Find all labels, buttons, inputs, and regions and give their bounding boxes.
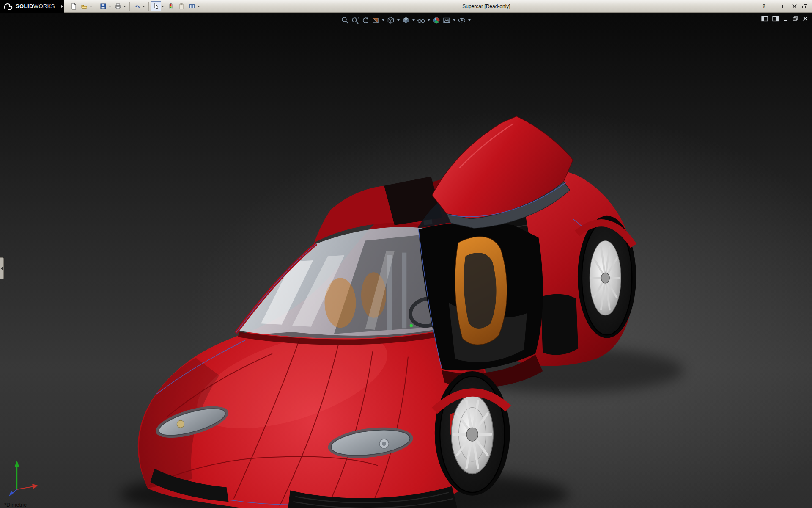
heads-up-view-toolbar xyxy=(340,16,472,25)
restore-button[interactable] xyxy=(781,3,787,9)
display-style-button[interactable] xyxy=(401,16,411,25)
graphics-viewport[interactable]: *Dimetric xyxy=(0,13,812,508)
open-button[interactable] xyxy=(79,1,89,11)
switch-windows-icon xyxy=(802,4,807,8)
headlight-left-lamp xyxy=(177,420,184,428)
caret-down-icon[interactable] xyxy=(198,6,200,7)
zoom-to-area-button[interactable] xyxy=(351,16,360,25)
document-close-button[interactable] xyxy=(803,16,808,21)
caret-down-icon[interactable] xyxy=(453,19,455,21)
rebuild-button[interactable] xyxy=(166,1,176,11)
previous-view-button[interactable] xyxy=(361,16,370,25)
selection-point xyxy=(410,324,413,327)
apply-scene-button[interactable] xyxy=(442,16,451,25)
scene-icon xyxy=(442,16,451,25)
toolbar-separator xyxy=(129,2,130,11)
front-wheel[interactable] xyxy=(435,371,510,496)
display-style-icon xyxy=(402,16,410,25)
zoom-to-area-icon xyxy=(351,16,359,25)
standard-toolbar xyxy=(69,1,201,11)
toolbar-separator xyxy=(96,2,96,11)
caret-down-icon[interactable] xyxy=(109,6,111,7)
caret-down-icon[interactable] xyxy=(143,6,145,7)
new-button[interactable] xyxy=(69,1,79,11)
help-button[interactable]: ? xyxy=(761,3,767,9)
brand-light: WORKS xyxy=(33,3,55,9)
save-icon xyxy=(100,3,107,10)
file-properties-icon xyxy=(178,3,185,10)
close-icon xyxy=(792,4,797,8)
view-orientation-button[interactable] xyxy=(386,16,395,25)
open-folder-icon xyxy=(81,3,88,10)
section-view-icon xyxy=(371,16,380,25)
restore-icon xyxy=(782,5,786,8)
document-restore-button[interactable] xyxy=(793,16,798,22)
view-settings-icon xyxy=(458,16,466,25)
select-button[interactable] xyxy=(151,1,161,11)
y-axis-arrow xyxy=(14,461,19,467)
solidworks-logo: SOLIDWORKS xyxy=(0,0,60,13)
chevron-right-icon xyxy=(61,5,63,8)
save-button[interactable] xyxy=(98,1,108,11)
switch-windows-button[interactable] xyxy=(801,3,808,9)
caret-down-icon[interactable] xyxy=(162,6,164,7)
restore-icon xyxy=(793,16,798,22)
print-button[interactable] xyxy=(113,1,123,11)
zoom-to-fit-icon xyxy=(341,16,349,25)
show-left-pane-button[interactable] xyxy=(761,16,768,22)
menu-expand-arrow[interactable] xyxy=(60,0,64,13)
pane-left-icon xyxy=(761,16,768,22)
help-icon: ? xyxy=(763,3,765,9)
new-icon xyxy=(70,3,77,10)
document-window-controls xyxy=(761,16,808,22)
pane-right-icon xyxy=(772,16,779,22)
brand-bold: SOLID xyxy=(16,3,33,9)
caret-down-icon[interactable] xyxy=(412,19,415,21)
select-cursor-icon xyxy=(153,3,159,10)
document-minimize-button[interactable] xyxy=(783,16,788,21)
x-axis-arrow xyxy=(32,484,38,489)
caret-down-icon[interactable] xyxy=(90,6,92,7)
glasses-icon xyxy=(417,16,425,25)
window-title: Supercar [Read-only] xyxy=(462,3,510,9)
orientation-triad xyxy=(7,455,45,497)
options-grid-icon xyxy=(189,3,195,10)
show-right-pane-button[interactable] xyxy=(772,16,779,22)
minimize-button[interactable] xyxy=(771,3,777,9)
side-intake[interactable] xyxy=(540,294,578,355)
feature-tree-collapsed-tab[interactable] xyxy=(0,257,4,279)
appearance-sphere-icon xyxy=(432,16,441,25)
brand-text: SOLIDWORKS xyxy=(16,3,55,9)
caret-down-icon[interactable] xyxy=(397,19,400,21)
options-button[interactable] xyxy=(187,1,197,11)
close-button[interactable] xyxy=(791,3,798,9)
hide-show-items-button[interactable] xyxy=(417,16,426,25)
print-icon xyxy=(115,3,121,10)
file-properties-button[interactable] xyxy=(176,1,187,11)
toolbar-separator xyxy=(148,2,149,11)
titlebar-window-controls: ? xyxy=(761,3,812,9)
view-settings-button[interactable] xyxy=(457,16,466,25)
z-axis-arrow xyxy=(9,491,14,497)
zoom-to-fit-button[interactable] xyxy=(340,16,350,25)
close-icon xyxy=(803,16,808,21)
minimize-icon xyxy=(783,16,788,21)
rebuild-icon xyxy=(167,3,174,10)
caret-down-icon[interactable] xyxy=(468,19,471,21)
previous-view-icon xyxy=(361,16,370,25)
minimize-icon xyxy=(772,8,776,8)
solidworks-logo-icon xyxy=(3,2,14,11)
supercar-model[interactable] xyxy=(0,13,812,508)
section-view-button[interactable] xyxy=(371,16,380,25)
caret-down-icon[interactable] xyxy=(382,19,384,21)
app-titlebar: SOLIDWORKS xyxy=(0,0,812,13)
view-orientation-label: *Dimetric xyxy=(4,502,27,508)
caret-down-icon[interactable] xyxy=(428,19,430,21)
view-cube-icon xyxy=(387,16,395,25)
chevron-left-icon xyxy=(1,267,3,270)
edit-appearance-button[interactable] xyxy=(432,16,441,25)
undo-icon xyxy=(134,3,140,10)
undo-button[interactable] xyxy=(132,1,142,11)
caret-down-icon[interactable] xyxy=(123,6,126,7)
